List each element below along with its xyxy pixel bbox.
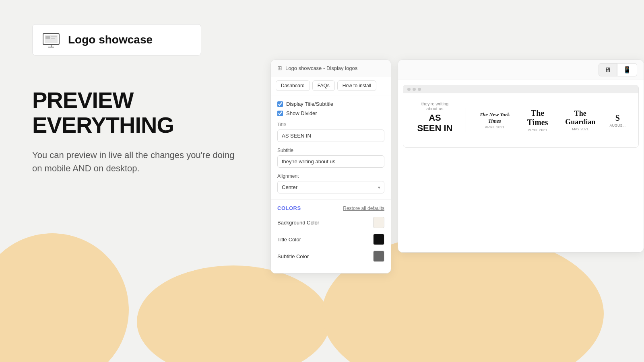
panel-tabs: Dashboard FAQs How to install: [271, 76, 391, 95]
alignment-field-label: Alignment: [277, 173, 384, 179]
nyt-date: APRIL 2021: [478, 125, 512, 129]
subtitle-input[interactable]: [277, 155, 384, 168]
title-field-group: Title: [277, 122, 384, 142]
panel-header: ⊞ Logo showcase - Display logos: [271, 60, 391, 76]
logo-card-title: Logo showcase: [68, 33, 153, 46]
browser-bar: [403, 85, 638, 93]
colors-header: COLORS Restore all defaults: [277, 205, 384, 211]
divider: [466, 108, 466, 132]
title-input[interactable]: [277, 130, 384, 142]
panel-icon: ⊞: [277, 65, 282, 71]
showcase-subtitle: they're writing about us: [416, 101, 454, 111]
panel-header-title: Logo showcase - Display logos: [285, 65, 357, 71]
browser-dot-2: [413, 88, 416, 91]
times-date: APRIL 2021: [524, 128, 551, 132]
subtitle-color-swatch[interactable]: [373, 251, 384, 262]
nyt-logo-item: The New York Times APRIL 2021: [472, 111, 518, 129]
background-color-row: Background Color: [277, 217, 384, 228]
tab-dashboard[interactable]: Dashboard: [276, 80, 310, 91]
times-logo-item: The Times APRIL 2021: [518, 109, 557, 132]
logos-row: they're writing about us AS SEEN IN The …: [410, 101, 632, 139]
colors-section-title: COLORS: [277, 205, 301, 211]
panel-body: Display Title/Subtitle Show Divider Titl…: [271, 95, 391, 199]
settings-panel: ⊞ Logo showcase - Display logos Dashboar…: [270, 60, 391, 274]
tablet-view-button[interactable]: 📱: [617, 63, 637, 76]
display-title-row: Display Title/Subtitle: [277, 101, 384, 107]
alignment-select[interactable]: Center Left Right: [277, 181, 384, 193]
guardian-name: The Guardian: [564, 109, 597, 126]
title-color-swatch[interactable]: [373, 234, 384, 245]
preview-device-bar: 🖥 📱: [398, 60, 644, 80]
show-divider-label: Show Divider: [286, 110, 317, 116]
logo-showcase-icon: [42, 31, 60, 49]
show-divider-row: Show Divider: [277, 110, 384, 116]
subtitle-field-label: Subtitle: [277, 148, 384, 153]
partial-logo-item: S AUGUS...: [603, 113, 632, 128]
svg-rect-3: [51, 36, 57, 37]
showcase-title: AS SEEN IN: [416, 113, 454, 134]
alignment-field-group: Alignment Center Left Right ▾: [277, 173, 384, 193]
tab-faqs[interactable]: FAQs: [312, 80, 335, 91]
guardian-date: MAY 2021: [564, 127, 597, 131]
browser-dot-1: [407, 88, 411, 91]
svg-rect-2: [45, 36, 50, 39]
tab-how-to-install[interactable]: How to install: [337, 80, 376, 91]
title-color-label: Title Color: [277, 237, 301, 243]
display-title-label: Display Title/Subtitle: [286, 101, 333, 107]
logo-card: Logo showcase: [32, 24, 201, 56]
showcase-content: they're writing about us AS SEEN IN The …: [403, 93, 638, 147]
browser-dot-3: [418, 88, 421, 91]
show-divider-checkbox[interactable]: [277, 111, 283, 116]
main-body: You can preview in live all the changes …: [32, 148, 242, 175]
display-title-checkbox[interactable]: [277, 101, 283, 107]
main-heading: PREVIEW EVERYTHING: [32, 88, 246, 137]
background-color-swatch[interactable]: [373, 217, 384, 228]
preview-window: 🖥 📱 they're writing about us AS SEEN IN …: [398, 60, 644, 253]
subtitle-color-row: Subtitle Color: [277, 251, 384, 262]
guardian-logo-item: The Guardian MAY 2021: [557, 109, 603, 131]
colors-section: COLORS Restore all defaults Background C…: [271, 199, 391, 273]
times-name: The Times: [524, 109, 551, 127]
svg-rect-4: [51, 38, 55, 39]
title-color-row: Title Color: [277, 234, 384, 245]
nyt-name: The New York Times: [478, 111, 512, 124]
subtitle-color-label: Subtitle Color: [277, 253, 309, 259]
title-field-label: Title: [277, 122, 384, 128]
subtitle-field-group: Subtitle: [277, 148, 384, 168]
as-seen-in-block: they're writing about us AS SEEN IN: [410, 101, 460, 139]
desktop-view-button[interactable]: 🖥: [599, 63, 617, 76]
alignment-select-wrapper: Center Left Right ▾: [277, 181, 384, 193]
restore-defaults-link[interactable]: Restore all defaults: [343, 206, 384, 211]
left-panel: Logo showcase PREVIEW EVERYTHING You can…: [0, 0, 270, 362]
background-color-label: Background Color: [277, 220, 319, 226]
preview-browser: they're writing about us AS SEEN IN The …: [403, 85, 639, 148]
partial-name: S: [610, 113, 626, 123]
partial-date: AUGUS...: [610, 123, 626, 128]
